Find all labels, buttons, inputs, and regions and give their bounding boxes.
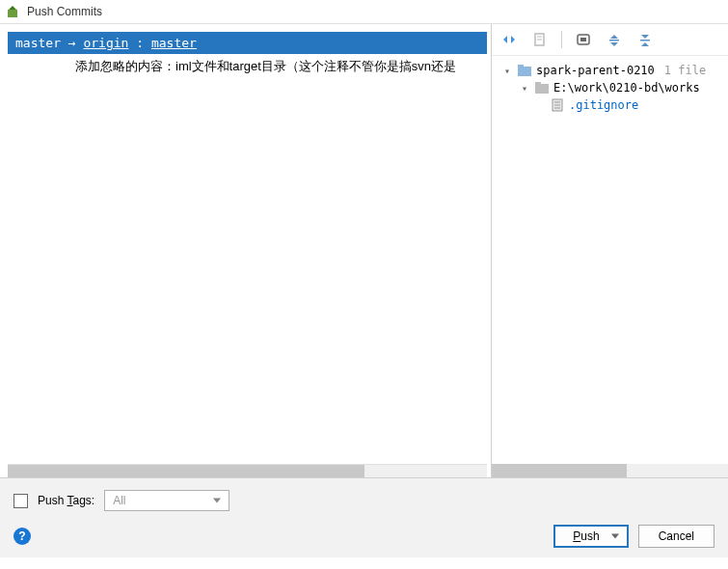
svg-rect-9 (535, 82, 541, 85)
dialog-footer: Push Tags: All ? Push Cancel (0, 477, 728, 557)
tree-root-row[interactable]: ▾ spark-parent-0210 1 file (496, 62, 724, 79)
svg-rect-4 (609, 40, 619, 41)
arrow-icon: → (68, 36, 76, 50)
expand-all-icon[interactable] (605, 30, 624, 49)
file-icon (550, 98, 565, 112)
chevron-down-icon[interactable]: ▾ (519, 83, 530, 94)
svg-rect-3 (580, 38, 586, 41)
svg-rect-8 (535, 84, 549, 94)
files-toolbar (492, 24, 728, 56)
cancel-button[interactable]: Cancel (638, 525, 715, 548)
tree-folder-row[interactable]: ▾ E:\work\0210-bd\works (496, 79, 724, 96)
group-by-icon[interactable] (574, 30, 593, 49)
push-tags-label[interactable]: Push Tags: (38, 494, 94, 507)
toolbar-separator (561, 31, 562, 48)
remote-branch[interactable]: master (151, 36, 197, 50)
horizontal-scrollbar[interactable] (492, 464, 728, 477)
titlebar: Push Commits (0, 0, 728, 24)
help-icon[interactable]: ? (13, 528, 31, 545)
file-name: .gitignore (569, 98, 638, 112)
local-branch: master (15, 36, 61, 50)
button-row: ? Push Cancel (13, 525, 715, 548)
file-tree[interactable]: ▾ spark-parent-0210 1 file ▾ (492, 56, 728, 464)
project-name: spark-parent-0210 (536, 64, 655, 77)
action-buttons: Push Cancel (553, 525, 715, 548)
branch-header[interactable]: master → origin : master (8, 32, 487, 54)
git-push-icon (6, 4, 21, 19)
diff-icon[interactable] (499, 30, 519, 49)
commit-item[interactable]: 添加忽略的内容：iml文件和target目录（这个注释不管你是搞svn还是 (8, 56, 491, 77)
files-panel: ▾ spark-parent-0210 1 file ▾ (492, 24, 728, 477)
svg-rect-0 (8, 10, 17, 17)
push-tags-checkbox[interactable] (13, 494, 28, 508)
scrollbar-thumb[interactable] (8, 465, 364, 477)
push-tags-row: Push Tags: All (13, 490, 715, 511)
remote-name[interactable]: origin (83, 36, 128, 50)
file-count: 1 file (664, 64, 706, 77)
scrollbar-thumb[interactable] (492, 464, 627, 477)
folder-icon (534, 81, 550, 95)
revert-icon[interactable] (530, 30, 550, 49)
main-content: master → origin : master 添加忽略的内容：iml文件和t… (0, 24, 728, 477)
module-icon (517, 64, 532, 77)
tree-file-row[interactable]: .gitignore (496, 96, 724, 114)
folder-path: E:\work\0210-bd\works (553, 81, 700, 95)
commit-list[interactable]: 添加忽略的内容：iml文件和target目录（这个注释不管你是搞svn还是 (8, 54, 491, 464)
tags-combo[interactable]: All (104, 490, 229, 511)
window-title: Push Commits (27, 5, 102, 18)
chevron-down-icon[interactable]: ▾ (501, 66, 513, 76)
push-button[interactable]: Push (553, 525, 628, 548)
svg-rect-5 (640, 40, 650, 41)
commits-panel: master → origin : master 添加忽略的内容：iml文件和t… (0, 24, 492, 477)
svg-rect-6 (518, 67, 531, 76)
collapse-all-icon[interactable] (635, 30, 655, 49)
svg-rect-7 (518, 65, 524, 68)
colon: : (136, 36, 144, 50)
horizontal-scrollbar[interactable] (8, 464, 487, 477)
